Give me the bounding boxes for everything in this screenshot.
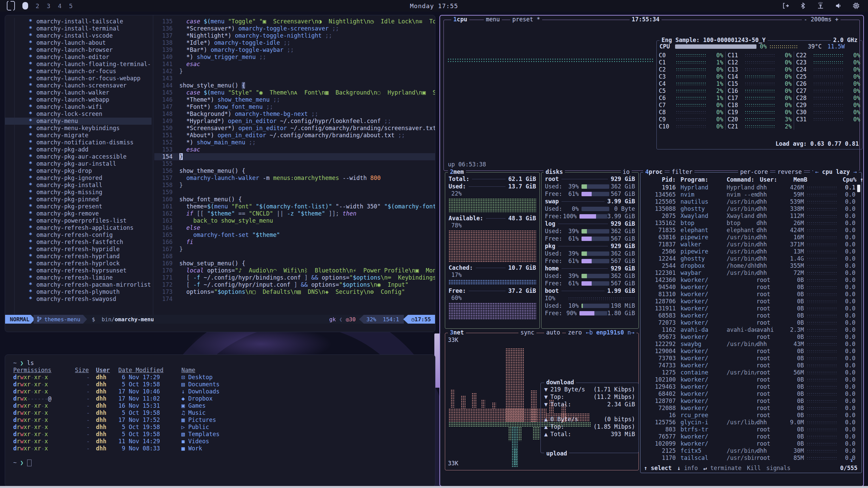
network-icon[interactable] <box>816 2 825 9</box>
code-line[interactable]: 166 fi <box>154 239 435 246</box>
code-line[interactable]: 171 [ -f ~/.config/hypr/bindings.conf ] … <box>154 274 435 281</box>
proc-scrollbar[interactable] <box>857 185 860 192</box>
process-row[interactable]: 95673kworker/root0B0.0 <box>643 333 855 341</box>
file-list-item[interactable]: *omarchy-launch-about <box>5 39 152 46</box>
code-line[interactable]: 149 *Hyprland*) open_in_editor ~/.config… <box>154 118 435 125</box>
code-line[interactable]: 159 <box>154 189 435 196</box>
process-row[interactable]: 142360kworker/root0B0.0 <box>643 277 855 284</box>
proc-column-header[interactable]: MemB <box>787 176 807 183</box>
disks-title[interactable]: disks <box>544 168 565 175</box>
footer-action[interactable]: select <box>651 465 671 471</box>
code-line[interactable]: 137 *Nightlight*) omarchy-toggle-nightli… <box>154 32 435 39</box>
process-row[interactable]: 81310kworker/root0B0.0 <box>643 291 855 298</box>
file-list-item[interactable]: *omarchy-menu-keybindings <box>5 125 152 132</box>
proc-column-header[interactable]: Cpu% ↑ <box>843 176 859 183</box>
process-row[interactable]: 125505nautilus/usr/bin/nautilus --newdhh… <box>643 198 855 205</box>
zero-button[interactable]: zero <box>566 329 584 336</box>
file-list-item[interactable]: *omarchy-notification-dismiss <box>5 139 152 146</box>
file-list-item[interactable]: *omarchy-launch-editor <box>5 54 152 61</box>
code-line[interactable]: 136 *Screensaver*) omarchy-toggle-screen… <box>154 25 435 32</box>
code-line[interactable]: 157 omarchy-launch-walker -m menus:omarc… <box>154 175 435 182</box>
update-interval[interactable]: - 2000ms + <box>802 16 841 23</box>
process-row[interactable]: 68583kworker/root0B0.0 <box>643 312 855 319</box>
tab-mem[interactable]: 2mem <box>448 168 466 175</box>
file-list-item[interactable]: *omarchy-launch-or-focus-webapp <box>5 75 152 82</box>
process-row[interactable]: 68402kworker/root0B0.0 <box>643 390 855 398</box>
proc-column-header[interactable]: Command: <box>727 176 760 183</box>
code-line[interactable]: 153 esac <box>154 146 435 153</box>
file-list-item[interactable]: *omarchy-install-terminal <box>5 25 152 32</box>
footer-key[interactable]: ↓ <box>677 465 684 471</box>
code-line[interactable]: 147 *Font*) show_font_menu ;; <box>154 103 435 110</box>
process-row[interactable]: 803btrfs-trroot0B0.0 <box>643 426 855 433</box>
volume-icon[interactable] <box>835 2 842 9</box>
footer-action[interactable]: Kill <box>747 465 761 471</box>
code-line[interactable]: 164 else <box>154 224 435 231</box>
code-line[interactable]: 160show_font_menu() { <box>154 196 435 203</box>
process-row[interactable]: 129004kworker/root0B0.0 <box>643 348 855 355</box>
code-line[interactable]: 156show_theme_menu() { <box>154 167 435 175</box>
process-row[interactable]: 1170tailscal/usr/sbin/tailscaled --root8… <box>643 454 855 462</box>
process-row[interactable]: 125756glycin-i/usr/lib/glycin-loadersdhh… <box>643 419 855 426</box>
process-row[interactable]: 135088ghostty/usr/bin/ghostty --gtk-dhh3… <box>643 205 855 212</box>
file-list-item[interactable]: *omarchy-pkg-drop <box>5 167 152 175</box>
process-row[interactable]: 128706kworker/root0B0.0 <box>643 298 855 305</box>
file-list-item[interactable]: *omarchy-refresh-hypridle <box>5 246 152 253</box>
code-line[interactable]: 173 options="$options\n▢ Defaults\n▤ DNS… <box>154 288 435 296</box>
file-list-item[interactable]: *omarchy-pkg-present <box>5 203 152 210</box>
code-line[interactable]: 141 esac <box>154 61 435 68</box>
code-line[interactable]: 172 [ -f ~/.config/hypr/input.conf ] && … <box>154 281 435 288</box>
file-list-item[interactable]: *omarchy-lock-screen <box>5 110 152 118</box>
code-line[interactable]: 135 case $(menu "Toggle" "▣ Screensaver\… <box>154 18 435 25</box>
file-list-item[interactable]: *omarchy-pkg-remove <box>5 210 152 217</box>
proc-column-header[interactable]: Pid: <box>643 176 676 183</box>
reverse-button[interactable]: reverse <box>775 168 804 175</box>
code-line[interactable]: 143 <box>154 75 435 82</box>
code-line[interactable]: 162 if [[ "$theme" == "CNCLD" || -z "$th… <box>154 210 435 217</box>
file-list-item[interactable]: *omarchy-launch-wifi <box>5 103 152 110</box>
process-row[interactable]: 102099kworker/root0B0.0 <box>643 440 855 447</box>
code-line[interactable]: 163 back_to show_style_menu <box>154 217 435 224</box>
process-row[interactable]: 94540kworker/root0B0.0 <box>643 284 855 291</box>
tab-net[interactable]: 3net <box>448 329 466 336</box>
file-list-item[interactable]: *omarchy-install-tailscale <box>5 18 152 25</box>
footer-action[interactable]: terminate <box>710 465 742 471</box>
file-list-item[interactable]: *omarchy-launch-screensaver <box>5 82 152 89</box>
file-list-item[interactable]: *omarchy-pkg-pinned <box>5 196 152 203</box>
process-row[interactable]: 2544dropbox/home/dhh/.dropbox-distdhh355… <box>643 262 855 269</box>
code-line[interactable]: 165 omarchy-font-set "$theme" <box>154 231 435 239</box>
file-list-item[interactable]: *omarchy-launch-or-focus <box>5 68 152 75</box>
tab-cpu[interactable]: 1cpu <box>451 16 469 23</box>
process-row[interactable]: 16rcu_preeroot0B0.0 <box>643 412 855 419</box>
file-list-item[interactable]: *omarchy-refresh-plymouth <box>5 288 152 296</box>
file-list-item[interactable]: *omarchy-refresh-hyprsunset <box>5 267 152 274</box>
code-line[interactable]: 140 *) show_trigger_menu ;; <box>154 54 435 61</box>
file-list-item[interactable]: *omarchy-pkg-missing <box>5 189 152 196</box>
io-toggle[interactable]: io <box>621 168 632 175</box>
file-list-item[interactable]: *omarchy-refresh-limine <box>5 274 152 281</box>
footer-action[interactable]: signals <box>766 465 791 471</box>
process-row[interactable]: 122292swaybg/usr/bin/swaybg -i /homdhh43… <box>643 341 855 348</box>
net-interface[interactable]: ←b enp191s0 n→ <box>584 329 636 336</box>
code-line[interactable]: 138 *Idle*) omarchy-toggle-idle ;; <box>154 39 435 46</box>
tab-proc[interactable]: 4proc <box>643 168 665 175</box>
file-list-item[interactable]: *omarchy-refresh-fastfetch <box>5 239 152 246</box>
auto-button[interactable]: auto <box>544 329 562 336</box>
file-list-item[interactable]: *omarchy-pkg-aur-accessible <box>5 153 152 160</box>
code-line[interactable]: 152 *) show_main_menu ;; <box>154 139 435 146</box>
footer-key[interactable]: ↑ <box>644 465 651 471</box>
process-row[interactable]: 73703kworker/root0B0.0 <box>643 355 855 362</box>
code-line[interactable]: 174 <box>154 296 435 303</box>
process-row[interactable]: 71837walker/usr/bin/walker --gappldhh371… <box>643 241 855 248</box>
process-row[interactable]: 2075XwaylandXwayland :1 -rootless -dhh11… <box>643 212 855 220</box>
process-row[interactable]: 1275containe/usr/bin/containerdroot56M0.… <box>643 369 855 376</box>
process-row[interactable]: 63816pipewire/usr/bin/pipewiredhh16M0.0 <box>643 234 855 241</box>
process-row[interactable]: 71835elephantelephantdhh424M0.0 <box>643 227 855 234</box>
process-row[interactable]: 72088kworker/root0B0.0 <box>643 405 855 412</box>
code-line[interactable]: 145 case $(menu "Style" "◉ Theme\nᴀ Font… <box>154 89 435 96</box>
code-line[interactable]: 151 *About*) open_in_editor ~/.config/om… <box>154 132 435 139</box>
menu-button[interactable]: menu <box>484 16 502 23</box>
process-row[interactable]: 131911kworker/root0B0.0 <box>643 305 855 312</box>
filter-button[interactable]: filter <box>670 168 694 175</box>
process-row[interactable]: 102100kworker/root0B0.0 <box>643 376 855 383</box>
